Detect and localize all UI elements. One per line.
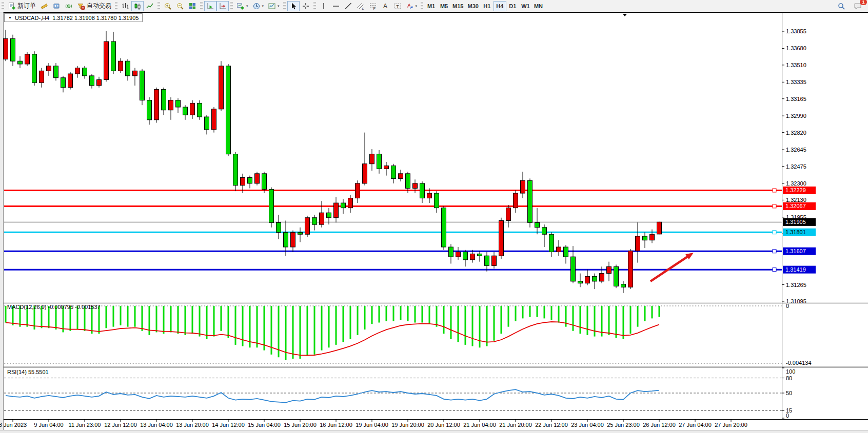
autoscroll-button[interactable] (204, 1, 216, 11)
timeframe-button-h1[interactable]: H1 (481, 1, 494, 11)
macd-histogram-bar (321, 306, 323, 350)
candle (269, 189, 274, 222)
macd-histogram-bar (608, 306, 610, 335)
candle (571, 257, 576, 281)
line-anchor-marker[interactable] (773, 231, 776, 234)
zoom-in-button[interactable] (162, 1, 174, 11)
new-chart-button[interactable] (38, 1, 50, 11)
chevron-down-icon[interactable]: ▾ (262, 4, 264, 8)
chart-title-box[interactable]: ▼ USDCAD-,H4 1.31782 1.31908 1.31780 1.3… (4, 13, 143, 22)
metaeditor-button[interactable] (50, 1, 63, 11)
mt4-window: 新订单自动交易▾▾▾EFAT▾M1M5M15M30H1H4D1W1MN1 1.3… (0, 0, 868, 433)
candle (363, 164, 367, 183)
timeframe-button-d1[interactable]: D1 (506, 1, 519, 11)
candle (154, 90, 159, 120)
candles-button[interactable] (131, 1, 144, 11)
chart-shift-icon (219, 2, 227, 10)
candle (391, 166, 396, 179)
tile-windows-icon (188, 2, 196, 10)
macd-histogram-bar (170, 306, 172, 332)
chart-shift-marker[interactable] (623, 14, 627, 16)
macd-histogram-bar (235, 306, 236, 345)
chart-shift-button[interactable] (216, 1, 229, 11)
candle (535, 222, 540, 228)
cursor-icon (289, 2, 298, 10)
channel-button[interactable]: E (354, 1, 367, 11)
hline-button[interactable] (330, 1, 342, 11)
candle (162, 90, 166, 110)
timeframe-button-m15[interactable]: M15 (450, 1, 465, 11)
notifications-button[interactable]: 1 (852, 1, 864, 11)
svg-text:E: E (362, 7, 364, 10)
indicators-button[interactable]: ▾ (234, 1, 250, 11)
chevron-down-icon[interactable]: ▾ (278, 4, 280, 8)
candle (650, 234, 655, 240)
timeframe-button-h4[interactable]: H4 (494, 1, 506, 11)
timeframe-button-m1[interactable]: M1 (425, 1, 438, 11)
timeframe-button-m5[interactable]: M5 (438, 1, 450, 11)
macd-axis-zero-label: 0 (786, 303, 789, 309)
zoom-out-button[interactable] (174, 1, 186, 11)
new-order-button[interactable]: 新订单 (6, 1, 38, 11)
sound-button[interactable] (63, 1, 75, 11)
macd-histogram-bar (142, 306, 143, 331)
macd-histogram-bar (185, 306, 186, 335)
candle (126, 61, 130, 76)
bars-icon (121, 2, 129, 10)
time-axis-label: 23 Jun 04:00 (571, 422, 604, 428)
chart-canvas[interactable]: 1.338551.336801.335101.333351.331651.329… (0, 0, 868, 433)
macd-histogram-bar (465, 306, 466, 345)
macd-histogram-bar (630, 306, 632, 334)
candle (628, 251, 633, 287)
trendline-button[interactable] (342, 1, 354, 11)
candle (54, 66, 58, 78)
candle (104, 42, 109, 79)
candle (341, 203, 346, 208)
label-icon: T (393, 2, 402, 10)
cursor-button[interactable] (287, 1, 300, 11)
candle (11, 38, 15, 61)
candle (449, 247, 453, 257)
candle (176, 100, 181, 107)
bars-button[interactable] (119, 1, 131, 11)
line-anchor-marker[interactable] (773, 268, 776, 272)
line-anchor-marker[interactable] (773, 250, 776, 253)
toolbar-grip (200, 2, 203, 10)
time-axis-label: 13 Jun 04:00 (140, 422, 173, 428)
periods-button[interactable]: ▾ (250, 1, 266, 11)
timeframe-button-w1[interactable]: W1 (519, 1, 532, 11)
vline-button[interactable] (318, 1, 330, 11)
chevron-down-icon[interactable]: ▾ (246, 4, 248, 8)
chevron-down-icon[interactable]: ▾ (416, 4, 418, 8)
candle (485, 256, 489, 265)
line-anchor-marker[interactable] (773, 189, 776, 192)
label-button[interactable]: T (391, 1, 404, 11)
search-button[interactable] (835, 1, 847, 11)
time-axis-label: 21 Jun 04:00 (463, 422, 496, 428)
candle (549, 234, 554, 252)
candle (470, 254, 475, 259)
candle (226, 66, 231, 154)
tile-windows-button[interactable] (186, 1, 199, 11)
crosshair-button[interactable] (300, 1, 312, 11)
candle (456, 252, 461, 257)
chart-dropdown-caret-icon[interactable]: ▼ (8, 16, 12, 19)
trend-arrow-annotation[interactable] (650, 253, 694, 281)
fibonacci-button[interactable]: F (367, 1, 379, 11)
candle (463, 252, 468, 260)
timeframe-button-mn[interactable]: MN (532, 1, 545, 11)
timeframe-button-m30[interactable]: M30 (465, 1, 480, 11)
price-axis-label: 1.33335 (786, 79, 806, 85)
candle (4, 38, 8, 59)
autotrading-button[interactable]: 自动交易 (75, 1, 113, 11)
line-anchor-marker[interactable] (773, 204, 776, 208)
line-chart-button[interactable] (144, 1, 156, 11)
toolbar-right-group: 1 (835, 1, 864, 11)
arrows-button[interactable]: ▾ (404, 1, 420, 11)
macd-histogram-bar (292, 306, 294, 359)
candle (356, 183, 360, 198)
horizontal-lines[interactable] (4, 189, 782, 272)
templates-button[interactable]: ▾ (266, 1, 282, 11)
text-button[interactable]: A (379, 1, 391, 11)
candle (183, 107, 188, 115)
